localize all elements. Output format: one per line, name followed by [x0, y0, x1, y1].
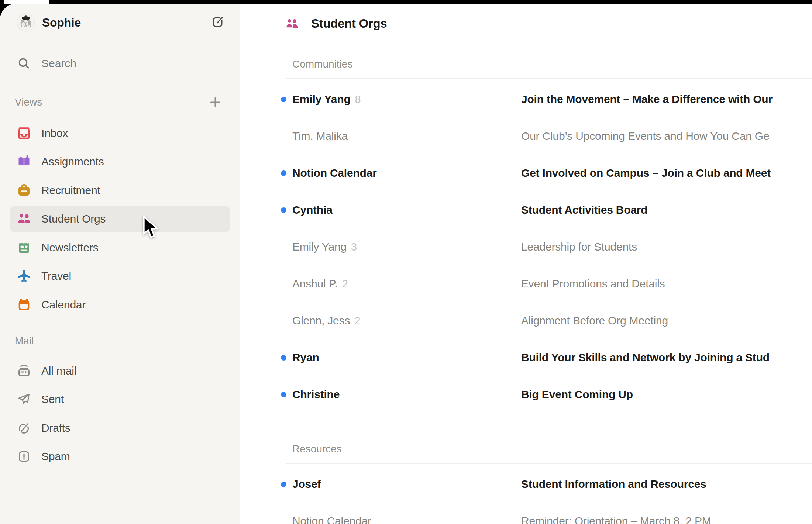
sender-name-text: Josef [292, 478, 321, 490]
mail-app-window: Sophie Search Views InboxAssignmentsRecr… [0, 4, 812, 524]
unread-dot-icon [281, 170, 286, 176]
sidebar-item-inbox[interactable]: Inbox [0, 119, 240, 148]
sender-name: Ryan [292, 339, 319, 376]
unread-dot-icon [281, 355, 286, 361]
newsletter-icon [17, 240, 31, 255]
thread-count: 3 [351, 241, 357, 253]
message-subject: Reminder: Orientation – March 8, 2 PM [521, 503, 711, 524]
search-icon [17, 56, 31, 71]
mail-section-header: Mail [15, 332, 34, 350]
message-row[interactable]: Anshul P.2Event Promotions and Details [240, 265, 812, 302]
mail-nav: All mailSentDraftsSpam [0, 356, 240, 471]
sidebar-item-calendar[interactable]: Calendar [0, 290, 240, 319]
add-view-button[interactable] [207, 94, 223, 110]
calendar-icon [17, 297, 31, 312]
sender-name-text: Notion Calendar [292, 515, 371, 524]
sidebar-item-assignments[interactable]: Assignments [0, 148, 240, 176]
sidebar-item-all-mail[interactable]: All mail [0, 356, 240, 385]
message-row[interactable]: CynthiaStudent Activities Board [240, 192, 812, 228]
sender-name: Notion Calendar [292, 503, 371, 524]
sidebar-item-sent[interactable]: Sent [0, 385, 240, 414]
message-subject: Build Your Skills and Network by Joining… [521, 339, 770, 376]
section-divider [286, 78, 812, 79]
airplane-icon [17, 269, 31, 283]
message-subject: Alignment Before Org Meeting [521, 302, 668, 339]
all-mail-icon [17, 363, 31, 378]
message-row[interactable]: Notion CalendarReminder: Orientation – M… [240, 503, 812, 524]
sender-name-text: Cynthia [292, 204, 333, 216]
sidebar-item-recruitment[interactable]: Recruitment [0, 176, 240, 205]
page-title: Student Orgs [311, 17, 387, 31]
unread-dot-icon [281, 97, 286, 102]
sender-name-text: Christine [292, 388, 340, 400]
background-window-sliver [0, 0, 49, 4]
people-icon [285, 17, 299, 31]
sidebar-item-student-orgs[interactable]: Student Orgs [0, 205, 240, 234]
sidebar-item-newsletters[interactable]: Newsletters [0, 233, 240, 262]
sidebar-item-label: Newsletters [41, 241, 99, 254]
unread-dot-icon [281, 207, 286, 213]
sender-name-text: Emily Yang [292, 93, 351, 105]
unread-dot-icon [281, 392, 286, 397]
message-subject: Leadership for Students [521, 228, 637, 265]
sidebar-item-label: Assignments [41, 155, 104, 168]
sender-name-text: Tim, Malika [292, 130, 348, 142]
sidebar-item-drafts[interactable]: Drafts [0, 414, 240, 442]
message-list-pane: Student Orgs CommunitiesEmily Yang8Join … [240, 4, 812, 524]
sender-name: Notion Calendar [292, 155, 377, 192]
sender-name: Cynthia [292, 192, 333, 228]
message-row[interactable]: Emily Yang3Leadership for Students [240, 228, 812, 265]
message-row[interactable]: Glenn, Jess2Alignment Before Org Meeting [240, 302, 812, 339]
avatar[interactable] [17, 13, 35, 32]
account-name: Sophie [42, 13, 81, 32]
sender-name: Tim, Malika [292, 118, 348, 155]
sender-name: Christine [292, 376, 340, 413]
section-header: Communities [240, 56, 812, 72]
message-subject: Event Promotions and Details [521, 265, 665, 302]
message-subject: Join the Movement – Make a Difference wi… [521, 81, 773, 118]
book-icon [17, 154, 31, 169]
sidebar-item-travel[interactable]: Travel [0, 262, 240, 291]
message-row[interactable]: JosefStudent Information and Resources [240, 466, 812, 503]
sent-icon [17, 392, 31, 407]
sidebar-item-spam[interactable]: Spam [0, 442, 240, 471]
sender-name: Glenn, Jess2 [292, 302, 360, 339]
sidebar-item-label: Calendar [41, 299, 86, 311]
spam-icon [17, 449, 31, 464]
views-section-header: Views [15, 93, 42, 111]
sender-name: Josef [292, 466, 321, 503]
section-header: Resources [240, 441, 812, 457]
message-row[interactable]: Notion CalendarGet Involved on Campus – … [240, 155, 812, 192]
search-input[interactable]: Search [0, 55, 240, 72]
message-subject: Get Involved on Campus – Join a Club and… [521, 155, 771, 192]
section-resources: ResourcesJosefStudent Information and Re… [240, 441, 812, 524]
section-divider [286, 463, 812, 464]
message-row[interactable]: RyanBuild Your Skills and Network by Joi… [240, 339, 812, 376]
compose-button[interactable] [210, 15, 225, 30]
message-row[interactable]: Tim, MalikaOur Club’s Upcoming Events an… [240, 118, 812, 155]
message-subject: Big Event Coming Up [521, 376, 633, 413]
thread-count: 2 [354, 315, 360, 327]
sender-name-text: Ryan [292, 351, 319, 363]
message-subject: Student Information and Resources [521, 466, 706, 503]
message-row[interactable]: Emily Yang8Join the Movement – Make a Di… [240, 81, 812, 118]
sidebar: Sophie Search Views InboxAssignmentsRecr… [0, 4, 240, 524]
message-subject: Our Club’s Upcoming Events and How You C… [521, 118, 770, 155]
sidebar-item-label: Sent [41, 393, 64, 406]
sidebar-item-label: Travel [41, 270, 71, 282]
inbox-icon [17, 126, 31, 141]
sidebar-item-label: Student Orgs [41, 213, 106, 225]
thread-count: 2 [342, 278, 348, 290]
section-communities: CommunitiesEmily Yang8Join the Movement … [240, 56, 812, 413]
unread-dot-icon [281, 482, 286, 487]
desktop-corner-notch [0, 0, 4, 6]
section-rows: JosefStudent Information and ResourcesNo… [240, 466, 812, 524]
screen: { "user": { "name": "Sophie" }, "sidebar… [0, 0, 812, 524]
views-nav: InboxAssignmentsRecruitmentStudent OrgsN… [0, 119, 240, 319]
message-subject: Student Activities Board [521, 192, 647, 228]
sender-name-text: Anshul P. [292, 277, 338, 290]
message-row[interactable]: ChristineBig Event Coming Up [240, 376, 812, 413]
briefcase-icon [17, 183, 31, 198]
sender-name-text: Notion Calendar [292, 167, 377, 179]
sender-name: Anshul P.2 [292, 265, 348, 302]
